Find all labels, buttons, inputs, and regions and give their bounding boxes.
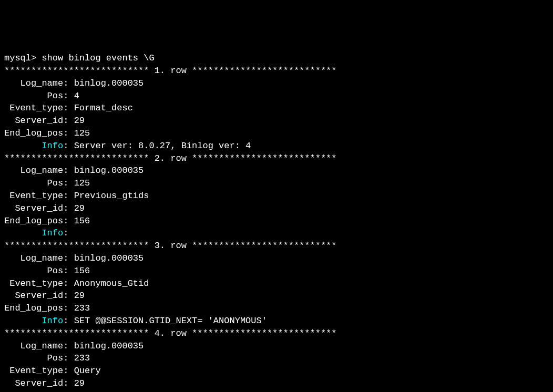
field-server-id-value: 29: [74, 291, 85, 301]
field-info-value: SET @@SESSION.GTID_NEXT= 'ANONYMOUS': [74, 316, 267, 326]
field-server-id-value: 29: [74, 116, 85, 126]
field-info-label: Info: [4, 228, 63, 238]
field-pos-label: Pos:: [4, 178, 68, 188]
field-pos-label: Pos:: [4, 91, 68, 101]
field-info-value: Server ver: 8.0.27, Binlog ver: 4: [74, 141, 251, 151]
field-event-type-value: Format_desc: [74, 103, 133, 113]
field-log-name-value: binlog.000035: [74, 166, 144, 176]
field-event-type-value: Previous_gtids: [74, 191, 149, 201]
row-separator-2: *************************** 2. row *****…: [4, 153, 337, 163]
field-pos-value: 4: [74, 91, 79, 101]
field-server-id-value: 29: [74, 203, 85, 213]
mysql-prompt: mysql>: [4, 53, 42, 63]
row-separator-4: *************************** 4. row *****…: [4, 328, 337, 338]
row-separator-3: *************************** 3. row *****…: [4, 241, 337, 251]
field-end-log-pos-label: End_log_pos:: [4, 128, 68, 138]
field-event-type-label: Event_type:: [4, 278, 68, 288]
field-pos-value: 233: [74, 353, 90, 363]
field-end-log-pos-label: End_log_pos:: [4, 216, 68, 226]
field-end-log-pos-label: End_log_pos:: [4, 303, 68, 313]
field-pos-value: 156: [74, 266, 90, 276]
field-event-type-label: Event_type:: [4, 103, 68, 113]
field-end-log-pos-value: 125: [74, 128, 90, 138]
field-log-name-label: Log_name:: [4, 341, 68, 351]
field-event-type-value: Anonymous_Gtid: [74, 278, 149, 288]
field-event-type-value: Query: [74, 366, 101, 376]
field-log-name-value: binlog.000035: [74, 253, 144, 263]
command-text: show binlog events \G: [42, 53, 154, 63]
field-event-type-label: Event_type:: [4, 191, 68, 201]
field-server-id-label: Server_id:: [4, 291, 68, 301]
field-pos-label: Pos:: [4, 266, 68, 276]
field-server-id-label: Server_id:: [4, 378, 68, 388]
field-log-name-value: binlog.000035: [74, 78, 144, 88]
terminal-output: mysql> show binlog events \G ***********…: [0, 50, 553, 392]
field-event-type-label: Event_type:: [4, 366, 68, 376]
field-info-label: Info: [4, 316, 63, 326]
field-server-id-label: Server_id:: [4, 116, 68, 126]
field-pos-value: 125: [74, 178, 90, 188]
field-server-id-label: Server_id:: [4, 203, 68, 213]
field-log-name-label: Log_name:: [4, 78, 68, 88]
field-log-name-value: binlog.000035: [74, 341, 144, 351]
row-separator-1: *************************** 1. row *****…: [4, 66, 337, 76]
field-info-label: Info: [4, 141, 63, 151]
field-log-name-label: Log_name:: [4, 253, 68, 263]
field-log-name-label: Log_name:: [4, 166, 68, 176]
field-end-log-pos-value: 156: [74, 216, 90, 226]
field-pos-label: Pos:: [4, 353, 68, 363]
field-end-log-pos-value: 233: [74, 303, 90, 313]
field-server-id-value: 29: [74, 378, 85, 388]
